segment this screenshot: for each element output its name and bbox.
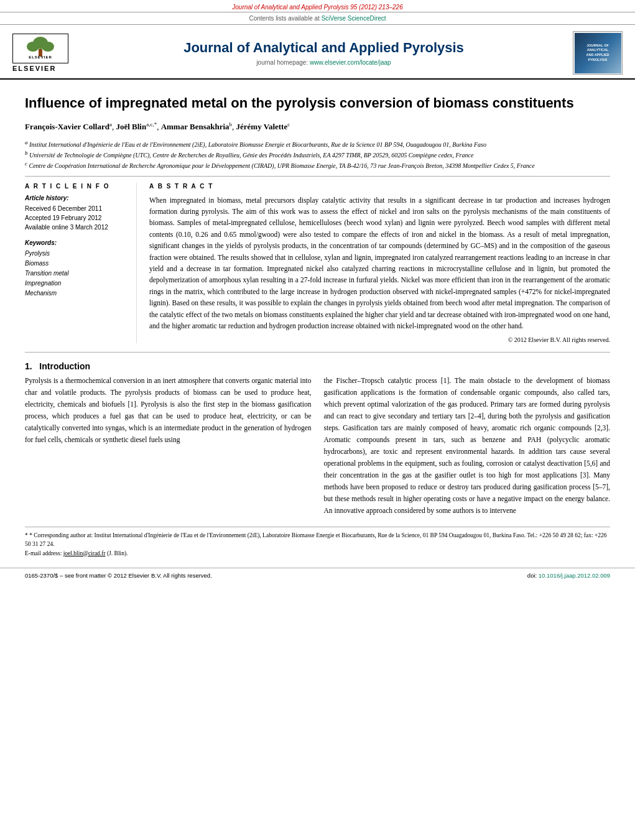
keywords-section: Keywords: Pyrolysis Biomass Transition m… bbox=[25, 239, 126, 298]
available-date: Available online 3 March 2012 bbox=[25, 223, 126, 232]
sciverse-link[interactable]: SciVerse ScienceDirect bbox=[322, 15, 386, 22]
article-info-abstract: A R T I C L E I N F O Article history: R… bbox=[25, 183, 610, 344]
bottom-issn: 0165-2370/$ – see front matter © 2012 El… bbox=[25, 572, 212, 579]
author-4: Jérémy Valette bbox=[236, 122, 288, 131]
affiliations: a Institut International d'Ingénierie de… bbox=[25, 139, 610, 177]
intro-left-col: Pyrolysis is a thermochemical conversion… bbox=[25, 375, 312, 517]
article-content: Influence of impregnated metal on the py… bbox=[0, 80, 635, 568]
footnote-email-label: E-mail address: bbox=[25, 550, 62, 556]
svg-point-3 bbox=[42, 42, 54, 52]
author-3: Ammar Bensakhria bbox=[161, 122, 229, 131]
svg-point-2 bbox=[27, 42, 39, 52]
elsevier-box: ELSEVIER bbox=[12, 34, 68, 63]
accepted-date: Accepted 19 February 2012 bbox=[25, 213, 126, 223]
journal-reference: Journal of Analytical and Applied Pyroly… bbox=[0, 0, 635, 12]
keyword-biomass: Biomass bbox=[25, 259, 126, 269]
elsevier-tree-icon: ELSEVIER bbox=[16, 35, 65, 60]
contents-bar: Contents lists available at SciVerse Sci… bbox=[0, 12, 635, 25]
elsevier-logo: ELSEVIER ELSEVIER bbox=[12, 34, 75, 72]
journal-header: ELSEVIER ELSEVIER Journal of Analytical … bbox=[0, 25, 635, 80]
journal-logo-right: JOURNAL OF ANALYTICAL AND APPLIED PYROLY… bbox=[573, 31, 623, 75]
keyword-impregnation: Impregnation bbox=[25, 279, 126, 288]
footnote-email-suffix: (J. Blin). bbox=[107, 550, 128, 556]
article-info-header: A R T I C L E I N F O bbox=[25, 183, 126, 190]
journal-ref-text: Journal of Analytical and Applied Pyroly… bbox=[232, 4, 402, 11]
homepage-text: journal homepage: bbox=[256, 59, 308, 66]
affiliation-a: a Institut International d'Ingénierie de… bbox=[25, 139, 610, 149]
history-label: Article history: bbox=[25, 195, 126, 201]
footnote-email-link[interactable]: joel.blin@cirad.fr bbox=[63, 550, 106, 556]
keyword-mechanism: Mechanism bbox=[25, 288, 126, 298]
introduction-title: 1. Introduction bbox=[25, 361, 610, 371]
affiliation-b: b Université de Technologie de Compiègne… bbox=[25, 149, 610, 160]
introduction-section: 1. Introduction Pyrolysis is a thermoche… bbox=[25, 361, 610, 517]
page: Journal of Analytical and Applied Pyroly… bbox=[0, 0, 635, 840]
contents-text: Contents lists available at bbox=[249, 15, 319, 22]
footnote-star-text: * Corresponding author at: Institut Inte… bbox=[25, 532, 607, 547]
journal-title-center: Journal of Analytical and Applied Pyroly… bbox=[75, 40, 573, 65]
homepage-url[interactable]: www.elsevier.com/locate/jaap bbox=[310, 59, 391, 66]
received-date: Received 6 December 2011 bbox=[25, 204, 126, 213]
bottom-doi-label: doi: bbox=[527, 572, 537, 579]
footnote-email-line: E-mail address: joel.blin@cirad.fr (J. B… bbox=[25, 549, 610, 558]
journal-homepage: journal homepage: www.elsevier.com/locat… bbox=[75, 59, 573, 66]
author-1: François-Xavier Collard bbox=[25, 122, 109, 131]
keyword-transition-metal: Transition metal bbox=[25, 269, 126, 279]
keyword-pyrolysis: Pyrolysis bbox=[25, 249, 126, 259]
elsevier-text: ELSEVIER bbox=[12, 65, 56, 72]
journal-logo-lines: JOURNAL OF ANALYTICAL AND APPLIED PYROLY… bbox=[586, 44, 609, 63]
article-info-col: A R T I C L E I N F O Article history: R… bbox=[25, 183, 137, 344]
copyright-line: © 2012 Elsevier B.V. All rights reserved… bbox=[149, 336, 610, 343]
affiliation-c: c Centre de Coopération International de… bbox=[25, 160, 610, 170]
footnote-section: * * Corresponding author at: Institut In… bbox=[25, 527, 610, 558]
intro-right-col: the Fischer–Tropsch catalytic process [1… bbox=[324, 375, 611, 517]
introduction-body: Pyrolysis is a thermochemical conversion… bbox=[25, 375, 610, 517]
abstract-col: A B S T R A C T When impregnated in biom… bbox=[149, 183, 610, 344]
abstract-text: When impregnated in biomass, metal precu… bbox=[149, 195, 610, 332]
bottom-bar: 0165-2370/$ – see front matter © 2012 El… bbox=[0, 568, 635, 583]
author-2: Joël Blin bbox=[116, 122, 146, 131]
journal-title: Journal of Analytical and Applied Pyroly… bbox=[75, 40, 573, 56]
abstract-header: A B S T R A C T bbox=[149, 183, 610, 190]
article-title: Influence of impregnated metal on the py… bbox=[25, 95, 610, 113]
bottom-doi: doi: 10.1016/j.jaap.2012.02.009 bbox=[527, 572, 610, 579]
bottom-doi-link[interactable]: 10.1016/j.jaap.2012.02.009 bbox=[539, 572, 610, 579]
keywords-label: Keywords: bbox=[25, 239, 126, 246]
authors-line: François-Xavier Collarda, Joël Blina,c,*… bbox=[25, 120, 610, 134]
section-divider-1 bbox=[25, 352, 610, 353]
footnote-star: * * Corresponding author at: Institut In… bbox=[25, 531, 610, 549]
svg-text:ELSEVIER: ELSEVIER bbox=[29, 55, 52, 59]
journal-logo-image: JOURNAL OF ANALYTICAL AND APPLIED PYROLY… bbox=[575, 33, 621, 73]
